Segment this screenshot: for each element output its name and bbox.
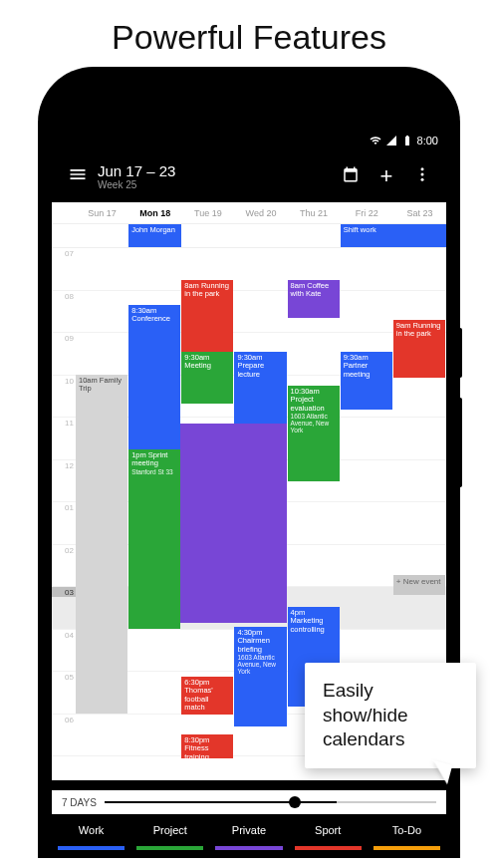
status-bar: 8:00 [52,131,446,150]
overflow-menu-button[interactable] [404,165,440,188]
app-header: Jun 17 – 23 Week 25 + [52,150,446,202]
phone-side-button [458,328,462,378]
hour-label: 07 [52,248,76,258]
menu-button[interactable] [58,164,98,189]
calendar-event[interactable]: 8am Running in the park [181,280,233,352]
calendar-filter-tab[interactable]: Private [209,814,288,856]
zoom-label: 7 DAYS [62,797,97,808]
hour-label: 04 [52,630,76,640]
allday-event[interactable]: Shift work [341,224,446,247]
hour-label: 02 [52,545,76,555]
day-header[interactable]: Mon 18 [128,208,181,218]
hour-label: 08 [52,291,76,301]
allday-event[interactable]: John Morgan [128,224,181,247]
slider-thumb[interactable] [289,796,301,808]
calendar-filter-tabs: WorkProjectPrivateSportTo-Do [52,814,446,856]
calendar-filter-tab[interactable]: Project [130,814,209,856]
status-time: 8:00 [417,135,438,146]
hour-label: 10 [52,376,76,386]
calendar-filter-tab[interactable]: To-Do [368,814,446,856]
calendar-event[interactable]: 8:30am Conference [128,305,180,449]
calendar-event[interactable]: 1pm Sprint meetingStanford St 33 [128,449,180,629]
hour-label: 01 [52,502,76,512]
calendar-event[interactable]: 9:30am Prepare lecture [234,352,286,424]
hour-label: 12 [52,460,76,470]
calendar-event[interactable]: 8am Coffee with Kate [288,280,340,318]
calendar-filter-tab[interactable]: Work [52,814,130,856]
day-header[interactable]: Sun 17 [76,208,128,218]
day-header[interactable]: Wed 20 [234,208,287,218]
phone-side-button [458,398,462,487]
day-header[interactable]: Thu 21 [288,208,341,218]
page-headline: Powerful Features [0,0,498,69]
signal-icon [385,135,397,146]
calendar-filter-tab[interactable]: Sport [289,814,368,856]
days-zoom-slider[interactable] [105,801,376,803]
svg-point-2 [421,177,424,180]
battery-icon [401,135,413,146]
wifi-icon [370,135,381,146]
today-button[interactable] [333,165,369,187]
calendar-event[interactable]: 10:30am Project evaluation1603 Atlantic … [288,386,340,481]
svg-point-0 [421,167,424,170]
header-week-number: Week 25 [98,179,333,190]
header-date-range[interactable]: Jun 17 – 23 [98,162,333,179]
add-event-button[interactable]: + [369,163,404,189]
calendar-event[interactable]: 10am Family Trip [76,375,127,714]
feature-callout: Easily show/hide calendars [305,663,476,768]
calendar-event[interactable]: 8:30pm Fitness training [181,734,233,758]
calendar-event[interactable]: 9am Running in the park [393,320,445,378]
hour-label: 03 [52,587,76,597]
new-event-placeholder[interactable]: + New event [393,575,445,595]
allday-row: John MorganShift work [52,224,446,248]
calendar-event[interactable]: 9:30am Meeting [181,352,233,404]
calendar-event[interactable]: 9:30am Partner meeting [341,352,392,410]
zoom-slider-row: 7 DAYS [52,790,446,814]
hour-label: 09 [52,333,76,343]
day-header[interactable]: Tue 19 [181,208,234,218]
hour-label: 11 [52,418,76,428]
hour-label: 05 [52,672,76,682]
day-header[interactable]: Fri 22 [341,208,393,218]
calendar-event[interactable]: 4:30pm Chairmen briefing1603 Atlantic Av… [234,627,286,726]
svg-point-1 [421,172,424,175]
calendar-event[interactable]: 6:30pm Thomas' football match [181,677,233,715]
day-headers: Sun 17Mon 18Tue 19Wed 20Thu 21Fri 22Sat … [52,202,446,224]
day-header[interactable]: Sat 23 [393,208,446,218]
hour-label: 06 [52,715,76,724]
